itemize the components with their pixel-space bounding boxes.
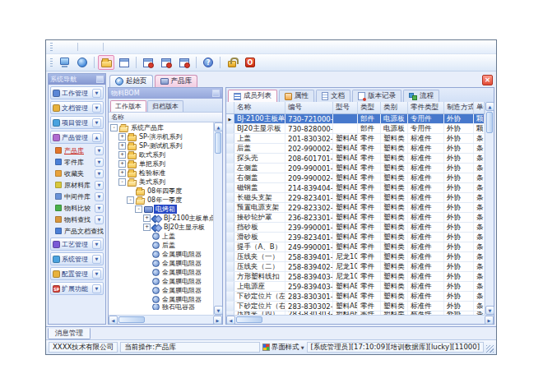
- chevron-icon[interactable]: [92, 104, 101, 113]
- message-tab[interactable]: 消息管理: [48, 328, 90, 339]
- menu-item[interactable]: [106, 46, 116, 48]
- member-tab[interactable]: 成员列表: [228, 90, 277, 102]
- document-tab[interactable]: 产品库: [155, 75, 198, 87]
- toolbar-button[interactable]: [116, 55, 132, 70]
- toolbar-grip[interactable]: [50, 58, 53, 67]
- tree-node[interactable]: 金属膜电阻器: [109, 286, 213, 295]
- sidebar-entry[interactable]: 中间件库: [50, 191, 104, 201]
- table-row[interactable]: BJ-2100主板单点 730-721000-12I 部件 电源板 专用件 外协…: [226, 114, 485, 124]
- table-row[interactable]: 右侧盖 209-990002-01I 塑料ABS 零件 塑料类 标准件 外协 条: [226, 173, 485, 183]
- toolbar-button[interactable]: [224, 55, 240, 70]
- column-header[interactable]: 类型: [358, 102, 381, 113]
- member-tab[interactable]: 文档: [316, 90, 350, 102]
- scroll-right-icon[interactable]: ▶: [485, 316, 494, 325]
- tree-expander-icon[interactable]: +: [118, 160, 126, 168]
- column-header[interactable]: 类别: [381, 102, 408, 113]
- chevron-icon[interactable]: [95, 169, 104, 178]
- table-row[interactable]: 压线夹（一） 258-839401-00I 尼龙1010 零件 塑料类 标准件 …: [226, 252, 485, 262]
- tree-node[interactable]: 金属膜电阻器: [109, 277, 213, 286]
- tree-vertical-scrollbar[interactable]: ▲ ▼: [213, 122, 222, 315]
- table-row[interactable]: 上电源座 259-839403-00I 塑料ABS 零件 塑料类 标准件 外协 …: [226, 282, 485, 292]
- sidebar-entry[interactable]: 原材料库: [50, 180, 104, 190]
- sidebar-entry[interactable]: 零件库: [50, 157, 104, 167]
- sidebar-entry[interactable]: 系统管理: [50, 252, 104, 265]
- tree-expander-icon[interactable]: -: [118, 178, 126, 186]
- tree-expander-icon[interactable]: +: [143, 224, 151, 231]
- member-tab[interactable]: 版本记录: [352, 90, 401, 102]
- column-header[interactable]: 单位: [474, 102, 485, 113]
- sidebar-entry[interactable]: 工艺管理: [50, 238, 104, 251]
- chevron-icon[interactable]: [92, 240, 101, 249]
- scroll-left-icon[interactable]: ◀: [109, 316, 118, 325]
- sidebar-entry[interactable]: 物料查找: [50, 214, 104, 224]
- table-row[interactable]: 上盖 201-830302-00I 塑料ABS 零件 塑料类 标准件 外协 条: [226, 134, 485, 144]
- table-row[interactable]: BJ20主显示板 730-828000-04I 部件 电源板 专用件 外协 颗: [226, 124, 485, 134]
- drag-grip[interactable]: [50, 43, 53, 52]
- table-row[interactable]: 压线夹（二） 258-839402-00I 尼龙1010 零件 塑料类 标准件 …: [226, 262, 485, 272]
- scroll-thumb[interactable]: [486, 112, 493, 133]
- menu-item[interactable]: [81, 46, 90, 48]
- sidebar-pin-icon[interactable]: [96, 76, 104, 83]
- menu-item[interactable]: [90, 46, 100, 48]
- table-row[interactable]: 滑砂板 239-823401-00I 塑料ABS 零件 塑料类 标准件 外协 条: [226, 233, 485, 242]
- chevron-icon[interactable]: [92, 118, 101, 127]
- chevron-icon[interactable]: [92, 270, 101, 279]
- scroll-down-icon[interactable]: ▼: [485, 306, 494, 315]
- sidebar-entry[interactable]: SP 扩展功能: [50, 282, 104, 295]
- member-tab[interactable]: 属性: [279, 90, 314, 102]
- sidebar-entry[interactable]: 项目管理: [50, 116, 104, 129]
- chevron-icon[interactable]: [92, 133, 101, 142]
- table-row[interactable]: 预置电源支架 229-823302-00I 塑料ABS 零件 塑料类 标准件 外…: [226, 203, 485, 213]
- tree-node[interactable]: + SP-演示机系列: [109, 132, 213, 141]
- ui-style-dropdown[interactable]: 界面样式: [262, 343, 304, 353]
- chevron-icon[interactable]: [95, 146, 104, 155]
- tree-node[interactable]: 金属膜电阻器: [109, 268, 213, 277]
- sidebar-entry[interactable]: 收藏夹: [50, 168, 104, 178]
- member-tab[interactable]: 流程: [403, 90, 439, 102]
- sidebar-entry[interactable]: 产品管理: [50, 131, 104, 144]
- chevron-icon[interactable]: [95, 181, 104, 190]
- column-header[interactable]: 制造方式: [444, 102, 474, 113]
- version-tab[interactable]: 归档版本: [147, 100, 183, 112]
- table-row[interactable]: 左侧盖 209-990001-01I 塑料ABS 零件 塑料类 标准件 外协 条: [226, 164, 485, 173]
- chevron-icon[interactable]: [95, 215, 104, 224]
- table-row[interactable]: 下砂定位片（左） 283-830301-00I 塑料ABS 零件 塑料类 标准件…: [226, 292, 485, 302]
- toolbar-button[interactable]: [200, 55, 216, 70]
- sidebar-entry[interactable]: 产品库: [50, 145, 104, 155]
- tree-node[interactable]: - 系统产品库: [109, 123, 213, 132]
- menu-item[interactable]: [65, 46, 75, 48]
- toolbar-button[interactable]: [158, 55, 174, 70]
- sidebar-entry[interactable]: 产品文档查找: [50, 226, 104, 236]
- tree-node[interactable]: - 08年一季度: [109, 196, 213, 205]
- chevron-icon[interactable]: [95, 204, 104, 213]
- scroll-right-icon[interactable]: ▶: [213, 316, 222, 325]
- tree-column-header[interactable]: 名称: [109, 112, 222, 122]
- sidebar-entry[interactable]: 工作管理: [50, 86, 104, 99]
- tree-node[interactable]: + BJ20主显示板: [109, 223, 213, 232]
- tree-expander-icon[interactable]: +: [118, 169, 126, 177]
- tree-node[interactable]: 上盖: [109, 232, 213, 241]
- tree-node[interactable]: 金属膜电阻器: [109, 259, 213, 268]
- version-tab[interactable]: 工作版本: [110, 100, 146, 112]
- toolbar-button[interactable]: [140, 55, 156, 70]
- tree-node[interactable]: 独石电容器: [109, 304, 213, 310]
- tree-node[interactable]: - 电烤箱: [109, 205, 213, 214]
- table-row[interactable]: 下砂定位片（右） 283-830302-00I 塑料ABS 零件 塑料类 标准件…: [226, 302, 485, 311]
- scroll-thumb[interactable]: [215, 132, 221, 154]
- table-row[interactable]: 探头壳 208-601701-01I 塑料ABS 零件 塑料类 标准件 外协 条: [226, 154, 485, 164]
- tree-node[interactable]: + 单把系列: [109, 159, 213, 168]
- scroll-up-icon[interactable]: ▲: [214, 122, 223, 131]
- tree-node[interactable]: + 欧式系列: [109, 150, 213, 159]
- tree-expander-icon[interactable]: +: [143, 214, 151, 222]
- toolbar-button[interactable]: [56, 55, 72, 70]
- chevron-icon[interactable]: [92, 284, 101, 293]
- column-header[interactable]: 零件类型: [408, 102, 444, 113]
- scroll-thumb[interactable]: [118, 316, 145, 323]
- sidebar-entry[interactable]: 配置管理: [50, 267, 104, 280]
- scroll-left-icon[interactable]: ◀: [226, 316, 235, 325]
- sidebar-entry[interactable]: 物料比较: [50, 203, 104, 213]
- chevron-icon[interactable]: [95, 192, 104, 201]
- tree-expander-icon[interactable]: -: [110, 124, 118, 131]
- table-row[interactable]: 后盖 202-990002-01I 塑料ABS 零件 塑料类 标准件 外协 条: [226, 144, 485, 154]
- table-vertical-scrollbar[interactable]: ▲ ▼: [485, 102, 494, 315]
